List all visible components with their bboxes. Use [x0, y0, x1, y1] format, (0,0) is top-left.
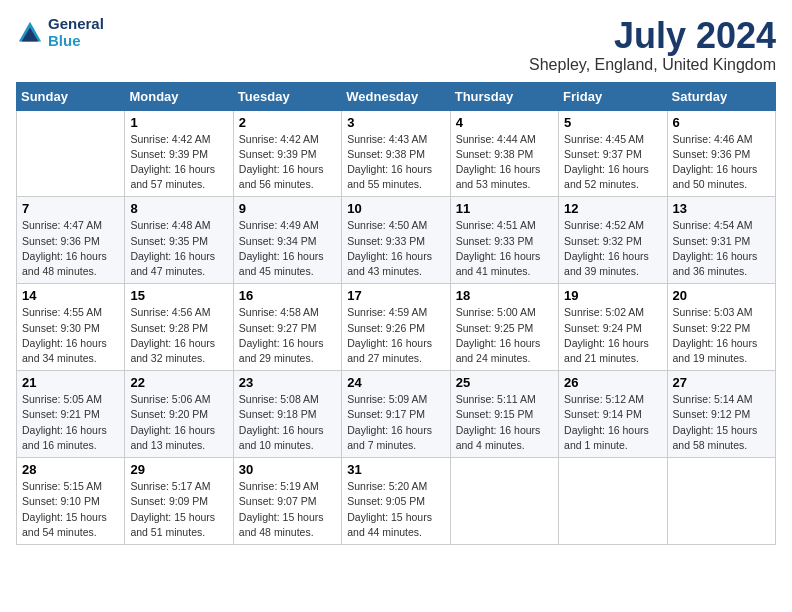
- calendar-cell: 13Sunrise: 4:54 AM Sunset: 9:31 PM Dayli…: [667, 197, 775, 284]
- calendar-cell: 17Sunrise: 4:59 AM Sunset: 9:26 PM Dayli…: [342, 284, 450, 371]
- calendar-cell: [450, 458, 558, 545]
- day-number: 14: [22, 288, 119, 303]
- day-number: 26: [564, 375, 661, 390]
- day-number: 13: [673, 201, 770, 216]
- calendar-cell: 27Sunrise: 5:14 AM Sunset: 9:12 PM Dayli…: [667, 371, 775, 458]
- day-number: 8: [130, 201, 227, 216]
- calendar-cell: 5Sunrise: 4:45 AM Sunset: 9:37 PM Daylig…: [559, 110, 667, 197]
- header-cell-friday: Friday: [559, 82, 667, 110]
- header-cell-sunday: Sunday: [17, 82, 125, 110]
- day-info: Sunrise: 4:46 AM Sunset: 9:36 PM Dayligh…: [673, 132, 770, 193]
- day-number: 25: [456, 375, 553, 390]
- day-number: 16: [239, 288, 336, 303]
- day-info: Sunrise: 5:20 AM Sunset: 9:05 PM Dayligh…: [347, 479, 444, 540]
- day-info: Sunrise: 4:51 AM Sunset: 9:33 PM Dayligh…: [456, 218, 553, 279]
- day-info: Sunrise: 4:43 AM Sunset: 9:38 PM Dayligh…: [347, 132, 444, 193]
- day-info: Sunrise: 4:42 AM Sunset: 9:39 PM Dayligh…: [130, 132, 227, 193]
- week-row-1: 1Sunrise: 4:42 AM Sunset: 9:39 PM Daylig…: [17, 110, 776, 197]
- header-cell-tuesday: Tuesday: [233, 82, 341, 110]
- day-number: 4: [456, 115, 553, 130]
- day-info: Sunrise: 4:48 AM Sunset: 9:35 PM Dayligh…: [130, 218, 227, 279]
- calendar-cell: 14Sunrise: 4:55 AM Sunset: 9:30 PM Dayli…: [17, 284, 125, 371]
- calendar-cell: 19Sunrise: 5:02 AM Sunset: 9:24 PM Dayli…: [559, 284, 667, 371]
- day-number: 10: [347, 201, 444, 216]
- day-info: Sunrise: 5:00 AM Sunset: 9:25 PM Dayligh…: [456, 305, 553, 366]
- day-number: 9: [239, 201, 336, 216]
- week-row-4: 21Sunrise: 5:05 AM Sunset: 9:21 PM Dayli…: [17, 371, 776, 458]
- day-number: 15: [130, 288, 227, 303]
- title-block: July 2024 Shepley, England, United Kingd…: [529, 16, 776, 74]
- main-title: July 2024: [529, 16, 776, 56]
- logo: General Blue: [16, 16, 104, 49]
- week-row-5: 28Sunrise: 5:15 AM Sunset: 9:10 PM Dayli…: [17, 458, 776, 545]
- day-info: Sunrise: 5:17 AM Sunset: 9:09 PM Dayligh…: [130, 479, 227, 540]
- calendar-cell: 1Sunrise: 4:42 AM Sunset: 9:39 PM Daylig…: [125, 110, 233, 197]
- calendar-cell: 29Sunrise: 5:17 AM Sunset: 9:09 PM Dayli…: [125, 458, 233, 545]
- calendar-cell: 6Sunrise: 4:46 AM Sunset: 9:36 PM Daylig…: [667, 110, 775, 197]
- day-number: 20: [673, 288, 770, 303]
- day-info: Sunrise: 5:09 AM Sunset: 9:17 PM Dayligh…: [347, 392, 444, 453]
- day-info: Sunrise: 4:49 AM Sunset: 9:34 PM Dayligh…: [239, 218, 336, 279]
- calendar-cell: 24Sunrise: 5:09 AM Sunset: 9:17 PM Dayli…: [342, 371, 450, 458]
- day-number: 6: [673, 115, 770, 130]
- calendar-cell: 25Sunrise: 5:11 AM Sunset: 9:15 PM Dayli…: [450, 371, 558, 458]
- calendar-cell: 30Sunrise: 5:19 AM Sunset: 9:07 PM Dayli…: [233, 458, 341, 545]
- calendar-cell: 8Sunrise: 4:48 AM Sunset: 9:35 PM Daylig…: [125, 197, 233, 284]
- calendar-cell: 16Sunrise: 4:58 AM Sunset: 9:27 PM Dayli…: [233, 284, 341, 371]
- day-number: 3: [347, 115, 444, 130]
- calendar-cell: 12Sunrise: 4:52 AM Sunset: 9:32 PM Dayli…: [559, 197, 667, 284]
- day-number: 30: [239, 462, 336, 477]
- calendar-cell: 3Sunrise: 4:43 AM Sunset: 9:38 PM Daylig…: [342, 110, 450, 197]
- day-number: 27: [673, 375, 770, 390]
- day-info: Sunrise: 5:06 AM Sunset: 9:20 PM Dayligh…: [130, 392, 227, 453]
- day-number: 1: [130, 115, 227, 130]
- day-info: Sunrise: 4:56 AM Sunset: 9:28 PM Dayligh…: [130, 305, 227, 366]
- day-info: Sunrise: 4:50 AM Sunset: 9:33 PM Dayligh…: [347, 218, 444, 279]
- day-info: Sunrise: 5:08 AM Sunset: 9:18 PM Dayligh…: [239, 392, 336, 453]
- week-row-2: 7Sunrise: 4:47 AM Sunset: 9:36 PM Daylig…: [17, 197, 776, 284]
- day-info: Sunrise: 4:42 AM Sunset: 9:39 PM Dayligh…: [239, 132, 336, 193]
- day-info: Sunrise: 4:52 AM Sunset: 9:32 PM Dayligh…: [564, 218, 661, 279]
- logo-text: General Blue: [48, 16, 104, 49]
- calendar-cell: 15Sunrise: 4:56 AM Sunset: 9:28 PM Dayli…: [125, 284, 233, 371]
- day-info: Sunrise: 5:14 AM Sunset: 9:12 PM Dayligh…: [673, 392, 770, 453]
- day-number: 29: [130, 462, 227, 477]
- day-number: 28: [22, 462, 119, 477]
- page-header: General Blue July 2024 Shepley, England,…: [16, 16, 776, 74]
- calendar-cell: [667, 458, 775, 545]
- day-number: 24: [347, 375, 444, 390]
- day-info: Sunrise: 4:58 AM Sunset: 9:27 PM Dayligh…: [239, 305, 336, 366]
- day-info: Sunrise: 4:59 AM Sunset: 9:26 PM Dayligh…: [347, 305, 444, 366]
- day-number: 19: [564, 288, 661, 303]
- calendar-cell: 7Sunrise: 4:47 AM Sunset: 9:36 PM Daylig…: [17, 197, 125, 284]
- day-info: Sunrise: 5:03 AM Sunset: 9:22 PM Dayligh…: [673, 305, 770, 366]
- day-info: Sunrise: 5:19 AM Sunset: 9:07 PM Dayligh…: [239, 479, 336, 540]
- header-cell-monday: Monday: [125, 82, 233, 110]
- calendar-cell: 21Sunrise: 5:05 AM Sunset: 9:21 PM Dayli…: [17, 371, 125, 458]
- calendar-cell: 4Sunrise: 4:44 AM Sunset: 9:38 PM Daylig…: [450, 110, 558, 197]
- day-info: Sunrise: 4:54 AM Sunset: 9:31 PM Dayligh…: [673, 218, 770, 279]
- calendar-cell: 23Sunrise: 5:08 AM Sunset: 9:18 PM Dayli…: [233, 371, 341, 458]
- day-number: 17: [347, 288, 444, 303]
- calendar-cell: [17, 110, 125, 197]
- calendar-cell: 31Sunrise: 5:20 AM Sunset: 9:05 PM Dayli…: [342, 458, 450, 545]
- week-row-3: 14Sunrise: 4:55 AM Sunset: 9:30 PM Dayli…: [17, 284, 776, 371]
- calendar-cell: 10Sunrise: 4:50 AM Sunset: 9:33 PM Dayli…: [342, 197, 450, 284]
- calendar-cell: [559, 458, 667, 545]
- day-number: 31: [347, 462, 444, 477]
- day-info: Sunrise: 5:05 AM Sunset: 9:21 PM Dayligh…: [22, 392, 119, 453]
- calendar-cell: 26Sunrise: 5:12 AM Sunset: 9:14 PM Dayli…: [559, 371, 667, 458]
- day-number: 2: [239, 115, 336, 130]
- calendar-cell: 22Sunrise: 5:06 AM Sunset: 9:20 PM Dayli…: [125, 371, 233, 458]
- subtitle: Shepley, England, United Kingdom: [529, 56, 776, 74]
- calendar-header-row: SundayMondayTuesdayWednesdayThursdayFrid…: [17, 82, 776, 110]
- day-number: 11: [456, 201, 553, 216]
- calendar-body: 1Sunrise: 4:42 AM Sunset: 9:39 PM Daylig…: [17, 110, 776, 544]
- header-cell-saturday: Saturday: [667, 82, 775, 110]
- day-info: Sunrise: 5:12 AM Sunset: 9:14 PM Dayligh…: [564, 392, 661, 453]
- day-info: Sunrise: 4:45 AM Sunset: 9:37 PM Dayligh…: [564, 132, 661, 193]
- calendar-cell: 2Sunrise: 4:42 AM Sunset: 9:39 PM Daylig…: [233, 110, 341, 197]
- day-number: 7: [22, 201, 119, 216]
- day-info: Sunrise: 4:47 AM Sunset: 9:36 PM Dayligh…: [22, 218, 119, 279]
- day-number: 22: [130, 375, 227, 390]
